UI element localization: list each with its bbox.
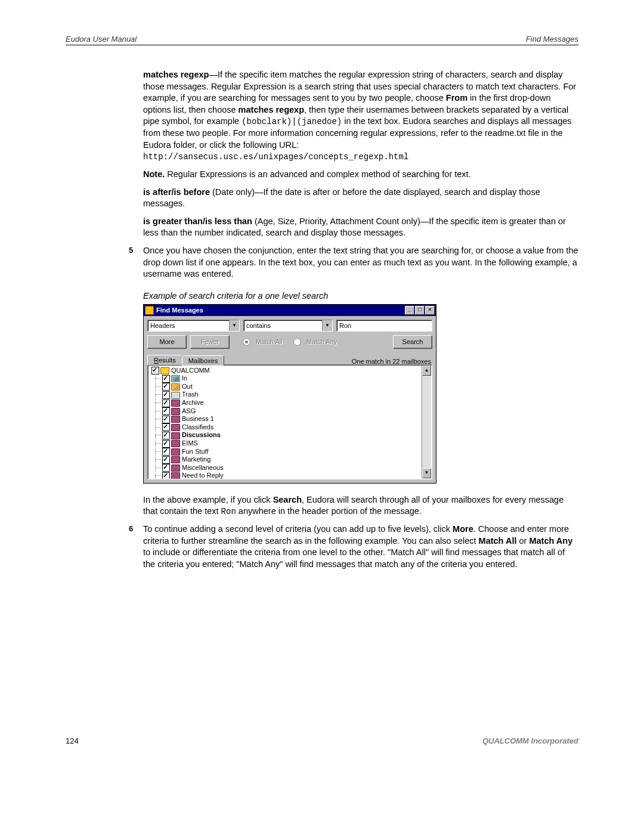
folder-icon <box>171 456 180 463</box>
checkbox-icon[interactable] <box>162 375 170 383</box>
folder-icon <box>171 400 180 407</box>
chevron-down-icon: ▼ <box>322 320 332 331</box>
match-any-radio[interactable] <box>293 338 301 346</box>
folder-icon <box>171 375 180 382</box>
tree-item[interactable]: EIMS <box>161 439 431 448</box>
tree-root[interactable]: QUALCOMM InOutTrashArchiveASGBusiness 1C… <box>150 367 431 479</box>
scroll-up-button[interactable]: ▲ <box>422 366 431 376</box>
checkbox-icon[interactable] <box>162 448 170 456</box>
checkbox-icon[interactable] <box>162 383 170 391</box>
checkbox-icon[interactable] <box>162 416 170 423</box>
checkbox-icon[interactable] <box>162 400 170 407</box>
search-text-input[interactable]: Ron <box>336 320 432 332</box>
folder-icon <box>160 367 169 374</box>
checkbox-icon[interactable] <box>162 407 170 415</box>
step-5: 5 Once you have chosen the conjunction, … <box>143 245 578 280</box>
minimize-button[interactable]: _ <box>405 306 414 315</box>
folder-icon <box>171 416 180 423</box>
checkbox-icon[interactable] <box>162 456 170 464</box>
titlebar[interactable]: Find Messages _ □ × <box>144 305 436 316</box>
tree-item[interactable]: Need to Reply <box>161 472 431 479</box>
tree-item[interactable]: In <box>161 374 431 383</box>
checkbox-icon[interactable] <box>162 472 170 479</box>
tree-item[interactable]: Trash <box>161 391 431 399</box>
tree-item[interactable]: Archive <box>161 399 431 407</box>
field-dropdown[interactable]: Headers▼ <box>147 320 240 332</box>
match-all-radio[interactable] <box>243 338 250 346</box>
tab-mailboxes[interactable]: Mailboxes <box>182 355 225 366</box>
step-6-number: 6 <box>129 524 133 534</box>
step-5-number: 5 <box>129 245 133 256</box>
tree-item[interactable]: Out <box>161 383 431 391</box>
tree-item[interactable]: Miscellaneous <box>161 464 431 472</box>
folder-icon <box>171 432 180 439</box>
scrollbar[interactable]: ▲ ▼ <box>422 366 431 478</box>
checkbox-icon[interactable] <box>162 391 170 399</box>
tree-item[interactable]: ASG <box>161 407 431 416</box>
para-is-greater: is greater than/is less than (Age, Size,… <box>143 216 578 239</box>
page-footer: 124 QUALCOMM Incorporated <box>66 736 578 745</box>
match-any-label: Match Any <box>306 338 337 345</box>
checkbox-icon[interactable] <box>162 432 170 439</box>
maximize-button[interactable]: □ <box>415 306 425 315</box>
footer-corp: QUALCOMM Incorporated <box>482 736 578 745</box>
chevron-down-icon: ▼ <box>229 320 239 331</box>
window-title: Find Messages <box>156 306 203 314</box>
folder-icon <box>171 465 180 472</box>
more-button[interactable]: More <box>147 335 187 349</box>
fewer-button: Fewer <box>190 335 230 349</box>
regexp-url: http://sansecus.usc.es/unixpages/concept… <box>143 152 408 162</box>
para-note: Note. Regular Expressions is an advanced… <box>143 169 578 181</box>
page-number: 124 <box>66 736 79 745</box>
status-text: One match in 22 mailboxes <box>352 356 432 365</box>
header-right: Find Messages <box>526 35 578 44</box>
folder-icon <box>171 448 180 456</box>
find-messages-window: Find Messages _ □ × Headers▼ contains▼ <box>143 304 436 484</box>
page-header: Eudora User Manual Find Messages <box>66 35 578 45</box>
folder-icon <box>171 383 180 391</box>
checkbox-icon[interactable] <box>162 423 170 431</box>
search-button[interactable]: Search <box>393 335 432 349</box>
operator-dropdown[interactable]: contains▼ <box>243 320 333 332</box>
tree-item[interactable]: Business 1 <box>161 415 431 423</box>
match-all-label: Match All <box>256 338 283 345</box>
checkbox-icon[interactable] <box>162 464 170 472</box>
scroll-down-button[interactable]: ▼ <box>422 468 431 478</box>
folder-icon <box>171 472 180 479</box>
para-is-after: is after/is before (Date only)—If the da… <box>143 187 578 210</box>
folder-icon <box>171 408 180 415</box>
para-after-figure: In the above example, if you click Searc… <box>143 494 578 518</box>
folder-icon <box>171 424 180 431</box>
close-button[interactable]: × <box>425 306 435 315</box>
mailbox-tree[interactable]: QUALCOMM InOutTrashArchiveASGBusiness 1C… <box>147 364 432 479</box>
tree-item[interactable]: Marketing <box>161 456 431 464</box>
app-icon <box>145 306 154 315</box>
tree-item[interactable]: Fun Stuff <box>161 448 431 456</box>
step-6: 6 To continue adding a second level of c… <box>143 524 578 570</box>
tab-results[interactable]: Results <box>147 355 182 365</box>
figure-caption: Example of search criteria for a one lev… <box>143 291 578 301</box>
header-left: Eudora User Manual <box>66 35 137 44</box>
folder-icon <box>171 440 180 447</box>
tree-item[interactable]: Classifieds <box>161 423 431 432</box>
para-matches-regexp: matches regexp—If the specific item matc… <box>143 69 578 163</box>
folder-icon <box>171 392 180 399</box>
tree-item[interactable]: Discussions <box>161 431 431 439</box>
checkbox-icon[interactable] <box>162 440 170 448</box>
